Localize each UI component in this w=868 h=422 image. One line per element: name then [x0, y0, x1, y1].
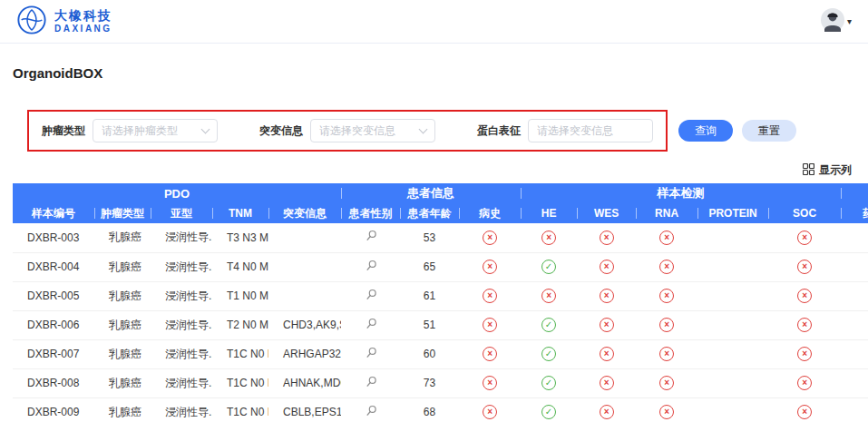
cell-extra [841, 281, 868, 310]
status-cross-icon: × [541, 289, 556, 303]
cell-history: × [459, 397, 521, 422]
tumor-type-select[interactable]: 请选择肿瘤类型 [93, 119, 218, 142]
cell-wes: × [577, 339, 636, 368]
cell-subtype: 浸润性导... [151, 223, 212, 252]
cell-protein [697, 310, 768, 339]
avatar[interactable] [821, 8, 844, 35]
cell-rna: × [636, 368, 697, 397]
cell-gender [341, 252, 400, 281]
table-container: PDO患者信息样本检测 样本编号肿瘤类型亚型TNM突变信息患者性别患者年龄病史H… [13, 183, 868, 422]
status-cross-icon: × [541, 231, 556, 245]
search-button[interactable]: 查询 [678, 120, 733, 142]
user-menu[interactable]: ▾ [821, 8, 852, 35]
reset-button[interactable]: 重置 [742, 120, 796, 142]
brand-logo[interactable]: 大橡科技 DAXIANG [16, 5, 112, 39]
table-row: DXBR-003乳腺癌浸润性导...T3 N3 M053××××× [13, 223, 868, 252]
daxiang-logo-icon [16, 5, 47, 39]
cell-protein [697, 397, 768, 422]
column-header: 亚型 [151, 203, 212, 223]
filter-group-protein: 蛋白表征 [477, 119, 653, 142]
cell-age: 68 [400, 397, 459, 422]
status-cross-icon: × [600, 231, 614, 245]
cell-gender [341, 310, 400, 339]
status-cross-icon: × [659, 260, 674, 274]
mutation-select[interactable]: 请选择突变信息 [310, 119, 435, 142]
cell-rna: × [636, 310, 697, 339]
cell-tnm: T1C N0 M0 [212, 339, 268, 368]
column-header: RNA [636, 203, 697, 223]
cell-history: × [459, 339, 521, 368]
cell-extra [841, 339, 868, 368]
status-cross-icon: × [797, 405, 812, 419]
cell-tnm: T2 N0 M0 [212, 310, 268, 339]
column-header: SOC [768, 203, 841, 223]
cell-protein [697, 252, 768, 281]
display-columns-button[interactable]: 显示列 [0, 162, 852, 178]
status-cross-icon: × [797, 289, 812, 303]
cell-wes: × [577, 223, 636, 252]
cell-gender [341, 223, 400, 252]
cell-extra [841, 223, 868, 252]
cell-tumor-type: 乳腺癌 [94, 339, 151, 368]
cell-wes: × [577, 281, 636, 310]
cell-history: × [459, 310, 521, 339]
status-cross-icon: × [483, 376, 497, 390]
cell-age: 51 [400, 310, 459, 339]
cell-rna: × [636, 281, 697, 310]
cell-mutation: CBLB,EPS15,S... [268, 397, 341, 422]
column-header: 患者性别 [341, 203, 400, 223]
status-cross-icon: × [600, 289, 614, 303]
cell-wes: × [577, 368, 636, 397]
status-cross-icon: × [659, 405, 674, 419]
cell-history: × [459, 223, 521, 252]
cell-tnm: T1C N0 M0 [212, 397, 268, 422]
status-cross-icon: × [659, 231, 674, 245]
cell-sample-id: DXBR-007 [13, 339, 94, 368]
cell-extra [841, 252, 868, 281]
cell-sample-id: DXBR-009 [13, 397, 94, 422]
column-header: 药 [841, 203, 868, 223]
protein-input[interactable] [528, 119, 653, 142]
chevron-down-icon[interactable]: ▾ [847, 16, 852, 26]
cell-he: ✓ [521, 397, 577, 422]
cell-soc: × [768, 281, 841, 310]
cell-wes: × [577, 310, 636, 339]
table-row: DXBR-005乳腺癌浸润性导...T1 N0 M061××××× [13, 281, 868, 310]
status-cross-icon: × [659, 289, 674, 303]
status-cross-icon: × [797, 260, 812, 274]
gender-female-icon [365, 230, 377, 242]
gender-female-icon [365, 376, 377, 388]
table-row: DXBR-007乳腺癌浸润性导...T1C N0 M0ARHGAP32,PL..… [13, 339, 868, 368]
protein-label: 蛋白表征 [477, 123, 521, 139]
column-header: PROTEIN [697, 203, 768, 223]
filter-group-mutation: 突变信息 请选择突变信息 [259, 119, 435, 142]
mutation-label: 突变信息 [259, 123, 303, 139]
cell-mutation: CHD3,AK9,SH3... [268, 310, 341, 339]
column-header: 突变信息 [268, 203, 341, 223]
column-header: WES [577, 203, 636, 223]
cell-tnm: T1 N0 M0 [212, 281, 268, 310]
cell-age: 53 [400, 223, 459, 252]
cell-soc: × [768, 310, 841, 339]
group-header: PDO [13, 183, 341, 203]
cell-soc: × [768, 339, 841, 368]
group-header: 样本检测 [521, 183, 841, 203]
cell-tumor-type: 乳腺癌 [94, 310, 151, 339]
status-cross-icon: × [797, 318, 812, 332]
gender-female-icon [365, 318, 377, 330]
column-header: 肿瘤类型 [94, 203, 151, 223]
status-cross-icon: × [659, 347, 674, 361]
cell-protein [697, 368, 768, 397]
cell-he: ✓ [521, 252, 577, 281]
cell-extra [841, 368, 868, 397]
table-row: DXBR-006乳腺癌浸润性导...T2 N0 M0CHD3,AK9,SH3..… [13, 310, 868, 339]
table-row: DXBR-009乳腺癌浸润性导...T1C N0 M0CBLB,EPS15,S.… [13, 397, 868, 422]
column-header: 患者年龄 [400, 203, 459, 223]
brand-name-cn: 大橡科技 [54, 9, 112, 23]
status-cross-icon: × [483, 405, 497, 419]
cell-soc: × [768, 397, 841, 422]
filter-group-tumor-type: 肿瘤类型 请选择肿瘤类型 [42, 119, 218, 142]
status-cross-icon: × [797, 376, 812, 390]
gender-female-icon [365, 289, 377, 301]
cell-tumor-type: 乳腺癌 [94, 368, 151, 397]
